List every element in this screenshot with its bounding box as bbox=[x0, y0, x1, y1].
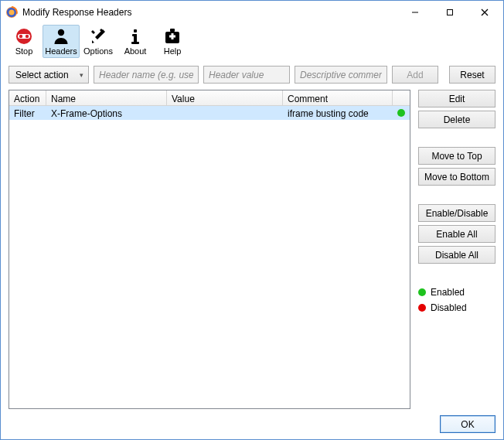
add-button[interactable]: Add bbox=[392, 66, 438, 84]
header-comment-input[interactable] bbox=[295, 66, 387, 84]
svg-point-11 bbox=[58, 29, 64, 36]
footer: OK bbox=[9, 415, 495, 433]
delete-button[interactable]: Delete bbox=[418, 111, 495, 128]
disable-all-button[interactable]: Disable All bbox=[418, 246, 495, 264]
col-name[interactable]: Name bbox=[46, 90, 167, 105]
maximize-button[interactable] bbox=[432, 2, 467, 24]
col-action[interactable]: Action bbox=[9, 90, 46, 105]
svg-point-9 bbox=[19, 35, 22, 38]
legend-disabled-label: Disabled bbox=[431, 302, 467, 313]
action-select-label: Select action bbox=[15, 70, 69, 80]
stop-button[interactable]: Stop bbox=[5, 25, 43, 58]
app-icon bbox=[5, 6, 18, 19]
legend-disabled: Disabled bbox=[418, 302, 495, 313]
svg-rect-16 bbox=[170, 29, 175, 32]
about-button[interactable]: About bbox=[117, 25, 154, 58]
tools-icon bbox=[87, 27, 109, 46]
move-top-button[interactable]: Move to Top bbox=[418, 147, 495, 165]
side-panel: Edit Delete Move to Top Move to Bottom E… bbox=[418, 90, 495, 409]
stop-icon bbox=[13, 27, 35, 46]
headers-table: Action Name Value Comment Filter X-Frame… bbox=[9, 90, 410, 409]
titlebar: Modify Response Headers bbox=[1, 1, 503, 24]
table-row[interactable]: Filter X-Frame-Options iframe busting co… bbox=[9, 106, 410, 120]
options-label: Options bbox=[83, 46, 113, 56]
options-button[interactable]: Options bbox=[80, 25, 117, 58]
help-button[interactable]: Help bbox=[154, 25, 191, 58]
minimize-button[interactable] bbox=[397, 2, 432, 24]
stop-label: Stop bbox=[15, 46, 33, 56]
disabled-dot-icon bbox=[418, 304, 426, 312]
help-icon bbox=[162, 27, 183, 46]
legend-enabled-label: Enabled bbox=[431, 287, 465, 298]
cell-value bbox=[167, 113, 283, 114]
svg-point-10 bbox=[26, 35, 29, 38]
svg-point-2 bbox=[9, 10, 15, 15]
col-value[interactable]: Value bbox=[167, 90, 283, 105]
info-icon bbox=[124, 27, 146, 46]
ok-button[interactable]: OK bbox=[440, 415, 495, 433]
svg-rect-14 bbox=[131, 42, 139, 44]
help-label: Help bbox=[164, 46, 182, 56]
svg-rect-12 bbox=[134, 29, 137, 32]
window-title: Modify Response Headers bbox=[22, 7, 131, 18]
chevron-down-icon: ▾ bbox=[80, 71, 83, 79]
col-status[interactable] bbox=[393, 90, 410, 105]
status-dot-enabled bbox=[397, 109, 405, 117]
reset-button[interactable]: Reset bbox=[449, 66, 495, 84]
cell-comment: iframe busting code bbox=[283, 107, 393, 119]
cell-status bbox=[393, 109, 410, 117]
headers-label: Headers bbox=[45, 46, 77, 56]
edit-button[interactable]: Edit bbox=[418, 90, 495, 107]
svg-rect-4 bbox=[447, 10, 452, 15]
cell-name: X-Frame-Options bbox=[46, 107, 167, 119]
enable-disable-button[interactable]: Enable/Disable bbox=[418, 204, 495, 222]
move-bottom-button[interactable]: Move to Bottom bbox=[418, 168, 495, 186]
col-comment[interactable]: Comment bbox=[283, 90, 393, 105]
table-body: Filter X-Frame-Options iframe busting co… bbox=[9, 106, 410, 408]
svg-rect-18 bbox=[169, 36, 175, 38]
svg-rect-15 bbox=[132, 34, 137, 36]
mid-area: Action Name Value Comment Filter X-Frame… bbox=[9, 90, 495, 409]
header-form: Select action ▾ Add Reset bbox=[9, 66, 495, 84]
legend-enabled: Enabled bbox=[418, 287, 495, 298]
window: Modify Response Headers Stop bbox=[0, 0, 504, 440]
person-icon bbox=[50, 27, 72, 46]
about-label: About bbox=[124, 46, 147, 56]
close-button[interactable] bbox=[467, 2, 502, 24]
enabled-dot-icon bbox=[418, 288, 426, 296]
enable-all-button[interactable]: Enable All bbox=[418, 225, 495, 243]
headers-button[interactable]: Headers bbox=[43, 25, 80, 58]
table-header: Action Name Value Comment bbox=[9, 90, 410, 106]
header-value-input[interactable] bbox=[203, 66, 290, 84]
cell-action: Filter bbox=[9, 107, 46, 119]
main-toolbar: Stop Headers Options bbox=[1, 24, 503, 60]
header-name-input[interactable] bbox=[94, 66, 199, 84]
content-area: Select action ▾ Add Reset Action Name Va… bbox=[1, 60, 503, 439]
action-select[interactable]: Select action ▾ bbox=[9, 66, 89, 84]
